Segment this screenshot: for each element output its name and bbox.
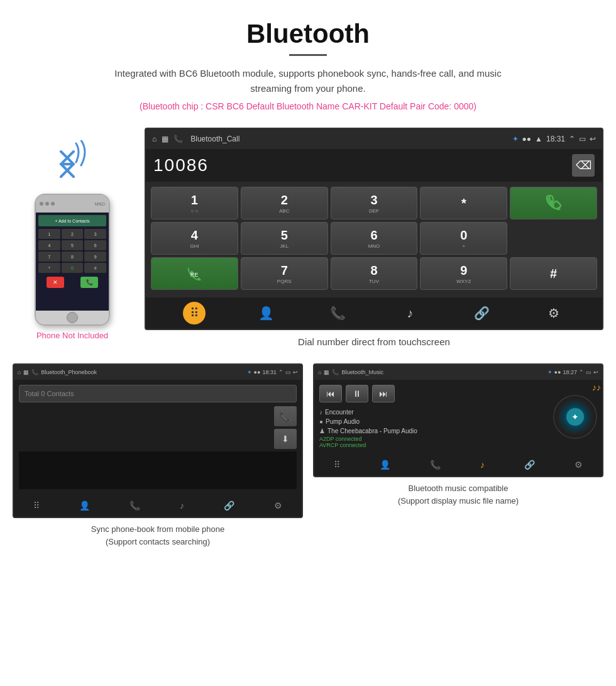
music-caption: Bluetooth music compatible (Support disp… bbox=[398, 482, 519, 507]
key-8[interactable]: 8 TUV bbox=[331, 257, 418, 290]
pb-app-name: Bluetooth_Phonebook bbox=[41, 369, 97, 375]
pb-call-icon: 📞 bbox=[31, 369, 38, 375]
phonebook-download-button[interactable]: ⬇ bbox=[274, 429, 297, 449]
key-2[interactable]: 2 ABC bbox=[241, 187, 328, 219]
bt-icon-status: ✦ bbox=[512, 135, 519, 143]
key-0[interactable]: 0 + bbox=[420, 222, 507, 255]
page-header: Bluetooth Integrated with BC6 Bluetooth … bbox=[0, 0, 616, 128]
track-2-icon: ● bbox=[319, 418, 323, 425]
call-icon-status: 📞 bbox=[173, 135, 183, 143]
music-toolbar: ⠿ 👤 📞 ♪ 🔗 ⚙ bbox=[314, 453, 602, 476]
key-1[interactable]: 1 ○ ○ bbox=[151, 187, 238, 219]
ms-window: ▭ bbox=[586, 369, 591, 375]
music-controls: ⏮ ⏸ ⏭ bbox=[319, 385, 548, 402]
phonebook-call-button[interactable]: 📞 bbox=[274, 406, 297, 426]
contacts-search-input[interactable]: Total 0 Contacts bbox=[19, 385, 297, 402]
toolbar-settings-icon[interactable]: ⚙ bbox=[542, 302, 565, 324]
ms-tb-settings[interactable]: ⚙ bbox=[575, 460, 583, 470]
ms-expand: ⌃ bbox=[579, 369, 584, 375]
pb-back: ↩ bbox=[293, 369, 298, 375]
backspace-button[interactable]: ⌫ bbox=[572, 154, 595, 177]
car-screen-section: ⌂ ▦ 📞 Bluetooth_Call ✦ ●● ▲ 18:31 ⌃ ▭ ↩ … bbox=[145, 128, 603, 357]
ms-tb-call[interactable]: 📞 bbox=[430, 460, 441, 470]
pb-tb-contacts[interactable]: 👤 bbox=[79, 501, 90, 511]
music-info: ⏮ ⏸ ⏭ ♪ Encounter ● Pump Audio ♟ bbox=[319, 385, 548, 448]
toolbar-music-icon[interactable]: ♪ bbox=[399, 302, 421, 324]
bluetooth-signal-icon bbox=[47, 140, 97, 191]
toolbar-contacts-icon[interactable]: 👤 bbox=[255, 302, 277, 324]
bottom-screenshots: ⌂ ▦ 📞 Bluetooth_Phonebook ✦ ●● 18:31 ⌃ ▭… bbox=[0, 363, 616, 548]
key-3[interactable]: 3 DEF bbox=[331, 187, 418, 219]
phonebook-screen: ⌂ ▦ 📞 Bluetooth_Phonebook ✦ ●● 18:31 ⌃ ▭… bbox=[13, 363, 303, 518]
music-status-bar: ⌂ ▦ 📞 Bluetooth_Music ✦ ●● 18:27 ⌃ ▭ ↩ bbox=[314, 365, 602, 380]
pb-tb-settings[interactable]: ⚙ bbox=[274, 501, 282, 511]
ms-dots: ●● bbox=[554, 369, 561, 375]
key-4[interactable]: 4 GHI bbox=[151, 222, 238, 255]
phone-not-included-label: Phone Not Included bbox=[36, 331, 108, 340]
end-call-button[interactable]: RE bbox=[151, 257, 238, 290]
dial-caption: Dial number direct from touchscreen bbox=[145, 336, 603, 347]
ms-tb-dialpad[interactable]: ⠿ bbox=[334, 460, 340, 470]
phone-section: MNO + Add to Contacts 1 2 3 4 5 6 7 8 9 … bbox=[13, 128, 132, 340]
key-6[interactable]: 6 MNO bbox=[331, 222, 418, 255]
prev-button[interactable]: ⏮ bbox=[319, 385, 342, 402]
window-icon: ▭ bbox=[579, 135, 586, 143]
avrcp-connected: AVRCP connected bbox=[319, 442, 548, 448]
main-content: MNO + Add to Contacts 1 2 3 4 5 6 7 8 9 … bbox=[0, 128, 616, 357]
svg-text:RE: RE bbox=[190, 272, 199, 278]
car-screen-dial: ⌂ ▦ 📞 Bluetooth_Call ✦ ●● ▲ 18:31 ⌃ ▭ ↩ … bbox=[145, 128, 603, 330]
dial-number: 10086 bbox=[153, 155, 209, 175]
key-5[interactable]: 5 JKL bbox=[241, 222, 328, 255]
pb-tb-link[interactable]: 🔗 bbox=[224, 501, 234, 511]
music-screenshot-item: ⌂ ▦ 📞 Bluetooth_Music ✦ ●● 18:27 ⌃ ▭ ↩ bbox=[313, 363, 603, 548]
pb-time: 18:31 bbox=[262, 369, 277, 375]
pb-home-icon: ⌂ bbox=[18, 369, 21, 375]
toolbar-call-icon[interactable]: 📞 bbox=[327, 302, 349, 324]
next-button[interactable]: ⏭ bbox=[372, 385, 395, 402]
ms-app-name: Bluetooth_Music bbox=[341, 369, 383, 375]
track-1-name: Encounter bbox=[325, 409, 354, 416]
ms-nav-icon: ▦ bbox=[324, 369, 329, 375]
pb-tb-call[interactable]: 📞 bbox=[129, 501, 140, 511]
track-row-1: ♪ Encounter bbox=[319, 407, 548, 417]
ms-tb-contacts[interactable]: 👤 bbox=[380, 460, 390, 470]
pb-nav-icon: ▦ bbox=[23, 369, 29, 375]
bottom-toolbar-dial: ⠿ 👤 📞 ♪ 🔗 ⚙ bbox=[146, 297, 602, 329]
specs-text: (Bluetooth chip : CSR BC6 Default Blueto… bbox=[13, 101, 603, 111]
title-underline bbox=[289, 54, 327, 56]
description-text: Integrated with BC6 Bluetooth module, su… bbox=[94, 66, 522, 96]
expand-icon: ⌃ bbox=[569, 135, 575, 143]
key-star[interactable]: * bbox=[420, 187, 507, 219]
key-9[interactable]: 9 WXYZ bbox=[420, 257, 507, 290]
phonebook-status-bar: ⌂ ▦ 📞 Bluetooth_Phonebook ✦ ●● 18:31 ⌃ ▭… bbox=[14, 365, 302, 380]
ms-call-icon: 📞 bbox=[332, 369, 339, 375]
page-title: Bluetooth bbox=[13, 19, 603, 49]
phonebook-screenshot-item: ⌂ ▦ 📞 Bluetooth_Phonebook ✦ ●● 18:31 ⌃ ▭… bbox=[13, 363, 303, 548]
a2dp-connected: A2DP connected bbox=[319, 436, 548, 442]
status-bar-dial: ⌂ ▦ 📞 Bluetooth_Call ✦ ●● ▲ 18:31 ⌃ ▭ ↩ bbox=[146, 129, 602, 149]
ms-bt-icon: ✦ bbox=[547, 369, 553, 375]
phonebook-buttons: 📞 ⬇ bbox=[19, 406, 297, 449]
pb-tb-music[interactable]: ♪ bbox=[180, 501, 184, 511]
track-3-name: The Cheebacabra - Pump Audio bbox=[327, 428, 417, 434]
key-7[interactable]: 7 PQRS bbox=[241, 257, 328, 290]
call-button[interactable] bbox=[510, 187, 597, 219]
ms-back: ↩ bbox=[593, 369, 598, 375]
track-3-icon: ♟ bbox=[319, 428, 325, 434]
pb-tb-dialpad[interactable]: ⠿ bbox=[33, 501, 40, 511]
ms-tb-link[interactable]: 🔗 bbox=[524, 460, 535, 470]
toolbar-dialpad-icon[interactable]: ⠿ bbox=[183, 302, 206, 324]
music-content: ⏮ ⏸ ⏭ ♪ Encounter ● Pump Audio ♟ bbox=[314, 380, 602, 453]
phonebook-content: Total 0 Contacts 📞 ⬇ bbox=[14, 380, 302, 494]
play-button[interactable]: ⏸ bbox=[346, 385, 368, 402]
keypad-grid: 1 ○ ○ 2 ABC 3 DEF * bbox=[146, 182, 602, 297]
phonebook-caption: Sync phone-book from mobile phone (Suppo… bbox=[91, 523, 224, 548]
key-hash[interactable]: # bbox=[510, 257, 597, 290]
phonebook-toolbar: ⠿ 👤 📞 ♪ 🔗 ⚙ bbox=[14, 494, 302, 517]
toolbar-link-icon[interactable]: 🔗 bbox=[470, 302, 493, 324]
track-2-name: Pump Audio bbox=[326, 418, 360, 425]
track-row-2: ● Pump Audio bbox=[319, 417, 548, 426]
ms-tb-music[interactable]: ♪ bbox=[480, 460, 485, 470]
vinyl-disc: ✦ bbox=[553, 395, 597, 439]
pb-dots: ●● bbox=[254, 369, 261, 375]
